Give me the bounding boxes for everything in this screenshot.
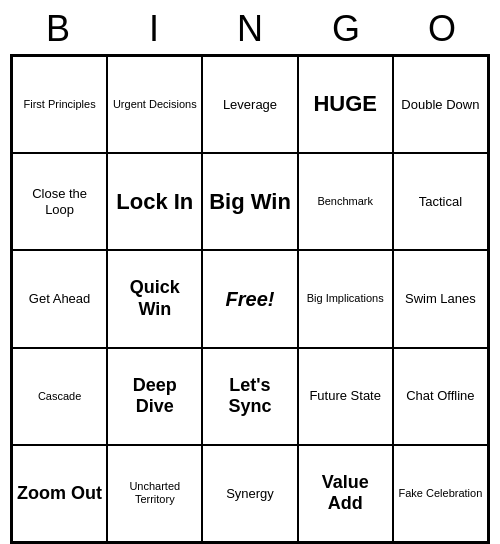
bingo-cell-13[interactable]: Big Implications bbox=[298, 250, 393, 347]
bingo-cell-16[interactable]: Deep Dive bbox=[107, 348, 202, 445]
bingo-cell-12[interactable]: Free! bbox=[202, 250, 297, 347]
title-letter-b: B bbox=[14, 8, 102, 50]
bingo-cell-24[interactable]: Fake Celebration bbox=[393, 445, 488, 542]
title-letter-g: G bbox=[302, 8, 390, 50]
bingo-cell-10[interactable]: Get Ahead bbox=[12, 250, 107, 347]
bingo-cell-7[interactable]: Big Win bbox=[202, 153, 297, 250]
bingo-cell-3[interactable]: HUGE bbox=[298, 56, 393, 153]
bingo-cell-9[interactable]: Tactical bbox=[393, 153, 488, 250]
bingo-grid: First PrinciplesUrgent DecisionsLeverage… bbox=[10, 54, 490, 544]
bingo-cell-17[interactable]: Let's Sync bbox=[202, 348, 297, 445]
bingo-cell-14[interactable]: Swim Lanes bbox=[393, 250, 488, 347]
bingo-cell-20[interactable]: Zoom Out bbox=[12, 445, 107, 542]
bingo-cell-2[interactable]: Leverage bbox=[202, 56, 297, 153]
title-letter-i: I bbox=[110, 8, 198, 50]
bingo-cell-11[interactable]: Quick Win bbox=[107, 250, 202, 347]
bingo-cell-23[interactable]: Value Add bbox=[298, 445, 393, 542]
bingo-cell-5[interactable]: Close the Loop bbox=[12, 153, 107, 250]
bingo-cell-19[interactable]: Chat Offline bbox=[393, 348, 488, 445]
bingo-cell-22[interactable]: Synergy bbox=[202, 445, 297, 542]
bingo-cell-8[interactable]: Benchmark bbox=[298, 153, 393, 250]
bingo-cell-4[interactable]: Double Down bbox=[393, 56, 488, 153]
title-letter-n: N bbox=[206, 8, 294, 50]
bingo-cell-18[interactable]: Future State bbox=[298, 348, 393, 445]
bingo-cell-0[interactable]: First Principles bbox=[12, 56, 107, 153]
bingo-cell-15[interactable]: Cascade bbox=[12, 348, 107, 445]
bingo-title: B I N G O bbox=[10, 0, 490, 54]
title-letter-o: O bbox=[398, 8, 486, 50]
bingo-cell-1[interactable]: Urgent Decisions bbox=[107, 56, 202, 153]
bingo-cell-21[interactable]: Uncharted Territory bbox=[107, 445, 202, 542]
bingo-cell-6[interactable]: Lock In bbox=[107, 153, 202, 250]
